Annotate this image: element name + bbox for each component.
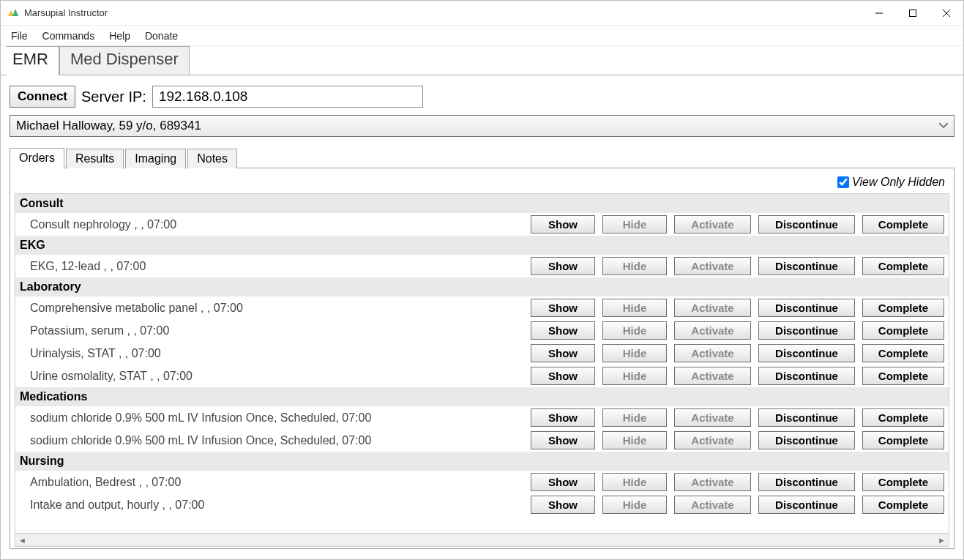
- tab-med-dispenser[interactable]: Med Dispenser: [59, 46, 190, 75]
- subtab-results[interactable]: Results: [66, 149, 124, 168]
- order-row: sodium chloride 0.9% 500 mL IV Infusion …: [15, 429, 949, 452]
- menu-donate[interactable]: Donate: [138, 28, 185, 44]
- activate-button[interactable]: Activate: [674, 257, 751, 275]
- subtab-notes[interactable]: Notes: [187, 149, 237, 168]
- order-row: Comprehensive metabolic panel , , 07:00S…: [15, 296, 949, 319]
- hide-button[interactable]: Hide: [602, 344, 667, 362]
- order-category-header: Nursing: [15, 452, 949, 471]
- orders-scroll[interactable]: ConsultConsult nephrology , , 07:00ShowH…: [15, 193, 949, 534]
- order-row: EKG, 12-lead , , 07:00ShowHideActivateDi…: [15, 255, 949, 277]
- server-ip-input[interactable]: [152, 86, 423, 108]
- activate-button[interactable]: Activate: [674, 215, 751, 234]
- hide-button[interactable]: Hide: [602, 473, 667, 491]
- activate-button[interactable]: Activate: [674, 473, 751, 491]
- activate-button[interactable]: Activate: [674, 431, 751, 449]
- order-row: Potassium, serum , , 07:00ShowHideActiva…: [15, 319, 949, 342]
- order-text: Ambulation, Bedrest , , 07:00: [30, 476, 523, 489]
- hide-button[interactable]: Hide: [602, 321, 667, 340]
- activate-button[interactable]: Activate: [674, 408, 751, 427]
- show-button[interactable]: Show: [531, 215, 595, 234]
- activate-button[interactable]: Activate: [674, 321, 751, 340]
- order-row: Urine osmolality, STAT , , 07:00ShowHide…: [15, 365, 949, 387]
- show-button[interactable]: Show: [531, 344, 595, 362]
- orders-panel: View Only Hidden ConsultConsult nephrolo…: [10, 168, 954, 549]
- titlebar: Marsupial Instructor: [1, 1, 963, 26]
- close-button[interactable]: [930, 1, 963, 26]
- discontinue-button[interactable]: Discontinue: [758, 367, 855, 385]
- window-title: Marsupial Instructor: [24, 7, 108, 18]
- patient-selected: Michael Halloway, 59 y/o, 689341: [16, 119, 201, 133]
- order-text: Intake and output, hourly , , 07:00: [30, 499, 523, 512]
- scroll-right-icon[interactable]: ►: [938, 536, 946, 545]
- subtab-orders[interactable]: Orders: [10, 148, 64, 168]
- view-only-hidden-checkbox[interactable]: [837, 176, 849, 188]
- maximize-button[interactable]: [896, 1, 930, 26]
- discontinue-button[interactable]: Discontinue: [758, 496, 855, 514]
- show-button[interactable]: Show: [531, 321, 595, 340]
- discontinue-button[interactable]: Discontinue: [758, 431, 855, 449]
- scroll-left-icon[interactable]: ◄: [18, 536, 26, 545]
- hide-button[interactable]: Hide: [602, 367, 667, 385]
- order-row: sodium chloride 0.9% 500 mL IV Infusion …: [15, 406, 949, 429]
- order-text: sodium chloride 0.9% 500 mL IV Infusion …: [30, 434, 523, 447]
- order-text: sodium chloride 0.9% 500 mL IV Infusion …: [30, 411, 523, 425]
- connect-button[interactable]: Connect: [10, 86, 75, 108]
- menubar: File Commands Help Donate: [1, 26, 963, 46]
- app-icon: [7, 7, 20, 20]
- activate-button[interactable]: Activate: [674, 344, 751, 362]
- complete-button[interactable]: Complete: [862, 215, 944, 234]
- discontinue-button[interactable]: Discontinue: [758, 299, 855, 317]
- tab-emr[interactable]: EMR: [7, 46, 59, 75]
- show-button[interactable]: Show: [531, 408, 595, 427]
- order-text: EKG, 12-lead , , 07:00: [30, 260, 523, 273]
- main-tabs: EMR Med Dispenser: [1, 46, 963, 75]
- complete-button[interactable]: Complete: [862, 367, 944, 385]
- show-button[interactable]: Show: [531, 367, 595, 385]
- chevron-down-icon: [939, 122, 948, 130]
- activate-button[interactable]: Activate: [674, 496, 751, 514]
- hide-button[interactable]: Hide: [602, 408, 667, 427]
- horizontal-scrollbar[interactable]: ◄ ►: [15, 534, 949, 547]
- show-button[interactable]: Show: [531, 473, 595, 491]
- order-category-header: EKG: [15, 236, 949, 255]
- order-row: Intake and output, hourly , , 07:00ShowH…: [15, 493, 949, 516]
- patient-dropdown[interactable]: Michael Halloway, 59 y/o, 689341: [10, 115, 954, 137]
- menu-help[interactable]: Help: [102, 28, 138, 44]
- discontinue-button[interactable]: Discontinue: [758, 473, 855, 491]
- hide-button[interactable]: Hide: [602, 431, 667, 449]
- minimize-button[interactable]: [862, 1, 896, 26]
- complete-button[interactable]: Complete: [862, 408, 944, 427]
- activate-button[interactable]: Activate: [674, 367, 751, 385]
- discontinue-button[interactable]: Discontinue: [758, 321, 855, 340]
- hide-button[interactable]: Hide: [602, 257, 667, 275]
- patient-row: Michael Halloway, 59 y/o, 689341: [1, 115, 963, 144]
- show-button[interactable]: Show: [531, 299, 595, 317]
- complete-button[interactable]: Complete: [862, 257, 944, 275]
- order-row: Consult nephrology , , 07:00ShowHideActi…: [15, 213, 949, 236]
- show-button[interactable]: Show: [531, 431, 595, 449]
- discontinue-button[interactable]: Discontinue: [758, 344, 855, 362]
- hide-button[interactable]: Hide: [602, 496, 667, 514]
- subtab-imaging[interactable]: Imaging: [125, 149, 186, 168]
- show-button[interactable]: Show: [531, 257, 595, 275]
- complete-button[interactable]: Complete: [862, 496, 944, 514]
- hide-button[interactable]: Hide: [602, 215, 667, 234]
- server-ip-label: Server IP:: [81, 89, 146, 105]
- hide-button[interactable]: Hide: [602, 299, 667, 317]
- complete-button[interactable]: Complete: [862, 431, 944, 449]
- complete-button[interactable]: Complete: [862, 321, 944, 340]
- discontinue-button[interactable]: Discontinue: [758, 257, 855, 275]
- show-button[interactable]: Show: [531, 496, 595, 514]
- menu-commands[interactable]: Commands: [35, 28, 102, 44]
- order-text: Potassium, serum , , 07:00: [30, 324, 523, 337]
- complete-button[interactable]: Complete: [862, 299, 944, 317]
- svg-rect-1: [910, 10, 916, 16]
- activate-button[interactable]: Activate: [674, 299, 751, 317]
- complete-button[interactable]: Complete: [862, 344, 944, 362]
- connect-row: Connect Server IP:: [1, 75, 963, 115]
- menu-file[interactable]: File: [4, 28, 35, 44]
- discontinue-button[interactable]: Discontinue: [758, 215, 855, 234]
- discontinue-button[interactable]: Discontinue: [758, 408, 855, 427]
- complete-button[interactable]: Complete: [862, 473, 944, 491]
- sub-tabs: Orders Results Imaging Notes: [10, 147, 954, 168]
